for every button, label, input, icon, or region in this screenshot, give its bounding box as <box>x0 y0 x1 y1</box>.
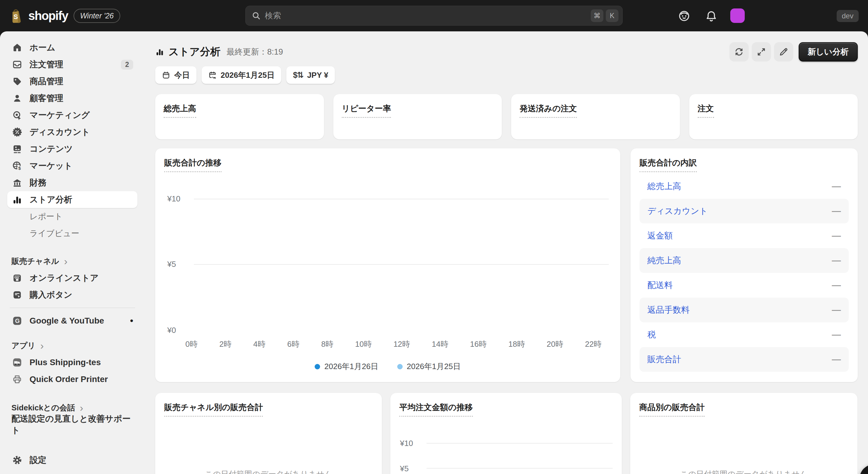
sidebar-item-products[interactable]: 商品管理 <box>7 73 137 90</box>
sidebar-item-shipping-review-chat[interactable]: 配送設定の見直しと改善サポート <box>7 416 137 433</box>
sidebar-item-label: Quick Order Printer <box>30 375 108 384</box>
gridline-y10 <box>194 199 609 199</box>
shopify-bag-icon: S <box>9 8 23 23</box>
breakdown-link[interactable]: 返品手数料 <box>647 304 689 316</box>
sidebar-item-content[interactable]: コンテンツ <box>7 141 137 157</box>
sidebar-item-label: 注文管理 <box>30 59 63 70</box>
attention-dot: • <box>130 316 133 326</box>
gridline-y10 <box>427 443 613 444</box>
legend-label: 2026年1月25日 <box>407 361 461 372</box>
x-tick: 22時 <box>585 339 601 350</box>
chart-title-link[interactable]: 商品別の販売合計 <box>639 402 705 417</box>
sidebar-item-google-youtube[interactable]: G Google & YouTube • <box>7 313 137 329</box>
breakdown-link[interactable]: 純売上高 <box>647 255 681 266</box>
date-preset-filter[interactable]: 今日 <box>155 66 196 84</box>
sidebar-item-settings[interactable]: 設定 <box>7 452 137 469</box>
sidebar-item-orders[interactable]: 注文管理 2 <box>7 56 137 73</box>
gridline-y5 <box>427 468 613 469</box>
environment-badge: dev <box>837 10 859 22</box>
currency-filter[interactable]: $⇅ JPY ¥ <box>286 66 335 84</box>
sidebar-item-plus-shipping[interactable]: Plus Shipping-tes <box>7 354 137 371</box>
release-badge: Winter '26 <box>73 9 121 23</box>
x-tick: 10時 <box>355 339 372 350</box>
shopify-logo[interactable]: S shopify Winter '26 <box>9 0 120 31</box>
breakdown-row-tax: 税 — <box>640 322 849 347</box>
metric-title-link[interactable]: 総売上高 <box>164 103 196 118</box>
account-avatar[interactable] <box>730 8 745 23</box>
global-search[interactable]: ⌘ K <box>245 6 623 26</box>
sidebar-item-online-store[interactable]: オンラインストア <box>7 270 137 287</box>
kbd-cmd: ⌘ <box>591 9 603 22</box>
target-cursor-icon <box>11 110 23 121</box>
sidebar-item-home[interactable]: ホーム <box>7 39 137 56</box>
chart-title-link[interactable]: 平均注文金額の推移 <box>399 402 473 417</box>
y-axis-tick: ¥10 <box>167 194 180 204</box>
edit-pencil-button[interactable] <box>774 42 793 61</box>
sidebar-item-buy-button[interactable]: 購入ボタン <box>7 287 137 303</box>
person-icon <box>11 93 23 104</box>
breakdown-row-shipping: 配送料 — <box>640 273 849 298</box>
sidebar-section-apps[interactable]: アプリ › <box>7 337 137 354</box>
sidebar-subitem-label: ライブビュー <box>30 228 79 239</box>
sidebar-item-discounts[interactable]: ディスカウント <box>7 124 137 141</box>
metric-title-link[interactable]: 発送済みの注文 <box>520 103 577 118</box>
section-label: Sidekickとの会話 <box>11 403 75 413</box>
sidebar-item-label: マーケティング <box>30 110 90 121</box>
search-input[interactable] <box>265 11 588 21</box>
sidebar-item-label: 配送設定の見直しと改善サポート <box>11 413 133 436</box>
media-image-icon <box>11 143 23 155</box>
compare-date-filter[interactable]: 2026年1月25日 <box>202 66 281 84</box>
legend-item-current[interactable]: 2026年1月26日 <box>315 361 378 372</box>
section-label: アプリ <box>11 340 36 351</box>
x-tick: 8時 <box>321 339 333 350</box>
notifications-bell-icon[interactable] <box>705 9 718 23</box>
breakdown-link[interactable]: 税 <box>647 329 656 340</box>
sidebar-item-label: Plus Shipping-tes <box>30 358 101 367</box>
bar-chart-icon <box>11 194 23 205</box>
sidebar-item-customers[interactable]: 顧客管理 <box>7 90 137 107</box>
orders-icon <box>11 59 23 70</box>
y-axis-tick: ¥10 <box>400 439 413 448</box>
sidebar-section-sales-channels[interactable]: 販売チャネル › <box>7 253 137 270</box>
sidebar-subitem-live-view[interactable]: ライブビュー <box>7 225 137 242</box>
legend-item-previous[interactable]: 2026年1月25日 <box>397 361 461 372</box>
breakdown-row-total-sales: 販売合計 — <box>640 347 849 372</box>
breakdown-value: — <box>832 231 841 241</box>
sidebar-item-label: 財務 <box>30 177 46 188</box>
sidebar-item-label: 顧客管理 <box>30 93 63 104</box>
sidebar-item-finance[interactable]: 財務 <box>7 174 137 191</box>
breakdown-value: — <box>832 280 841 290</box>
sidebar-item-quick-order-printer[interactable]: Quick Order Printer <box>7 371 137 388</box>
orders-count-badge: 2 <box>121 60 133 70</box>
breakdown-link[interactable]: 返金額 <box>647 230 673 241</box>
sidebar-settings-wrap: 設定 <box>7 452 137 469</box>
chart-title-link[interactable]: 販売合計の推移 <box>164 157 221 172</box>
sidebar-divider <box>10 307 135 308</box>
refresh-button[interactable] <box>730 42 749 61</box>
breakdown-link[interactable]: 配送料 <box>647 279 673 291</box>
y-axis-tick: ¥5 <box>400 464 409 473</box>
metric-card-fulfilled-orders: 発送済みの注文 <box>511 94 680 139</box>
discount-badge-icon <box>11 126 23 138</box>
sidebar: ホーム 注文管理 2 商品管理 顧客管理 マーケティング <box>0 31 145 474</box>
new-exploration-button[interactable]: 新しい分析 <box>799 42 858 61</box>
breakdown-link[interactable]: 総売上高 <box>647 181 681 192</box>
breakdown-value: — <box>832 330 841 340</box>
breakdown-link[interactable]: ディスカウント <box>647 205 708 217</box>
x-tick: 14時 <box>432 339 448 350</box>
sidebar-item-analytics[interactable]: ストア分析 <box>7 191 137 208</box>
sidebar-item-markets[interactable]: $ マーケット <box>7 157 137 174</box>
sidebar-subitem-reports[interactable]: レポート <box>7 208 137 225</box>
expand-fullscreen-button[interactable] <box>752 42 771 61</box>
metric-title-link[interactable]: 注文 <box>698 103 714 118</box>
home-icon <box>11 42 23 53</box>
chart-title-link[interactable]: 販売チャネル別の販売合計 <box>164 402 263 417</box>
metric-title-link[interactable]: リピーター率 <box>342 103 391 118</box>
sidebar-item-label: マーケット <box>30 160 73 172</box>
sidekick-button[interactable] <box>678 9 691 23</box>
page-header: ストア分析 最終更新：8:19 新しい分析 <box>155 42 858 61</box>
svg-text:$: $ <box>19 166 21 171</box>
breakdown-link[interactable]: 販売合計 <box>647 354 681 365</box>
breakdown-value: — <box>832 206 841 216</box>
sidebar-item-marketing[interactable]: マーケティング <box>7 107 137 124</box>
